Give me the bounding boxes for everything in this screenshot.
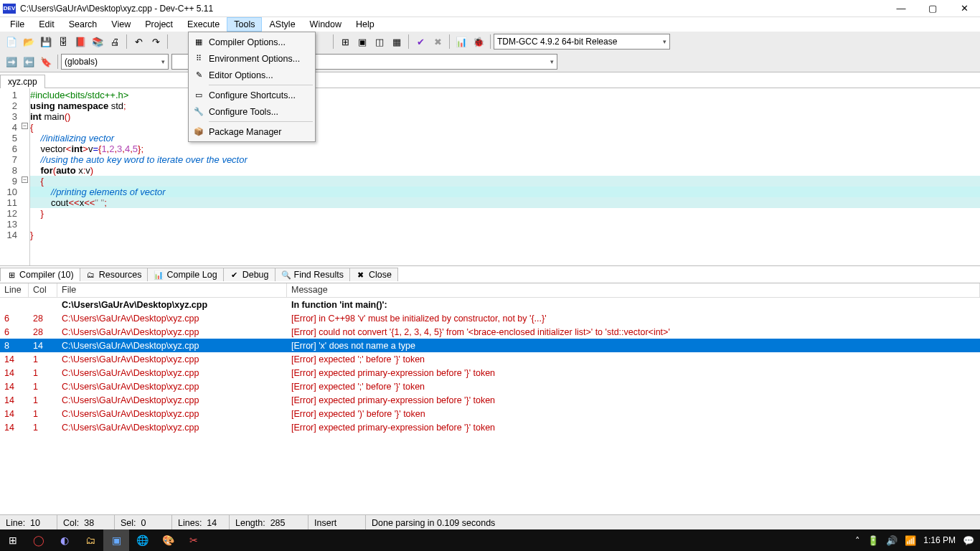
opera-icon[interactable]: ◯	[26, 529, 52, 551]
code-line[interactable]: //printing elements of vector	[30, 187, 980, 197]
toolbar-area: 📄 📂 💾 🗄 📕 📚 🖨 ↶ ↷ ⊞ ▣ ◫ ▦ ✔ ✖ 📊 🐞 TDM-GC…	[0, 32, 980, 72]
bottom-tab-resources[interactable]: 🗂Resources	[80, 268, 149, 281]
menuitem-editor-options[interactable]: ✎Editor Options...	[190, 67, 314, 83]
debug-check-icon[interactable]: ✔	[413, 34, 428, 50]
code-line[interactable]: vector<int>v={1,2,3,4,5};	[30, 143, 980, 154]
col-msg[interactable]: Message	[287, 283, 980, 297]
menu-tools[interactable]: Tools	[227, 17, 262, 32]
bottom-tab-find-results[interactable]: 🔍Find Results	[275, 268, 350, 281]
wifi-icon[interactable]: 📶	[905, 535, 916, 546]
rebuild-icon[interactable]: ▦	[389, 34, 405, 50]
new-project-icon[interactable]: ➡️	[4, 54, 19, 70]
menuitem-package-manager[interactable]: 📦Package Manager	[190, 123, 314, 140]
devcpp-taskbar-icon[interactable]: ▣	[103, 529, 129, 551]
error-context-row[interactable]: C:\Users\GaUrAv\Desktop\xyz.cppIn functi…	[0, 298, 980, 311]
save-icon[interactable]: 💾	[38, 34, 54, 50]
bottom-tab-debug[interactable]: ✔Debug	[223, 268, 275, 281]
code-line[interactable]: //using the auto key word to iterate ove…	[30, 154, 980, 165]
profile-icon[interactable]: 📊	[453, 34, 469, 50]
menuitem-environment-options[interactable]: ⠿Environment Options...	[190, 50, 314, 67]
volume-icon[interactable]: 🔊	[886, 535, 897, 546]
bottom-tab-compile-log[interactable]: 📊Compile Log	[147, 268, 223, 281]
snip-icon[interactable]: ✂	[181, 529, 207, 551]
error-row[interactable]: 141C:\Users\GaUrAv\Desktop\xyz.cpp[Error…	[0, 420, 980, 434]
compile-run-icon[interactable]: ◫	[372, 34, 387, 50]
scope-select[interactable]: (globals) ▾	[61, 54, 169, 70]
closeall-icon[interactable]: 📚	[90, 34, 105, 50]
start-icon[interactable]: ⊞	[0, 529, 26, 551]
error-row[interactable]: 628C:\Users\GaUrAv\Desktop\xyz.cpp[Error…	[0, 311, 980, 325]
chrome-icon[interactable]: 🌐	[129, 529, 155, 551]
menuitem-configure-shortcuts[interactable]: ▭Configure Shortcuts...	[190, 87, 314, 103]
close-file-icon[interactable]: 📕	[72, 34, 88, 50]
error-row[interactable]: 814C:\Users\GaUrAv\Desktop\xyz.cpp[Error…	[0, 339, 980, 352]
code-line[interactable]: }	[30, 230, 980, 240]
code-line[interactable]: cout<<x<<" ";	[30, 197, 980, 208]
code-line[interactable]: {	[30, 176, 980, 187]
windows-taskbar[interactable]: ⊞ ◯ ◐ 🗂 ▣ 🌐 🎨 ✂ ˄ 🔋 🔊 📶 1:16 PM 💬	[0, 529, 980, 551]
open-icon[interactable]: 📂	[21, 34, 37, 50]
redo-icon[interactable]: ↷	[148, 34, 164, 50]
code-line[interactable]: for(auto x:v)	[30, 165, 980, 176]
error-row[interactable]: 141C:\Users\GaUrAv\Desktop\xyz.cpp[Error…	[0, 352, 980, 366]
tray-chevron-icon[interactable]: ˄	[855, 535, 860, 546]
code-line[interactable]	[30, 219, 980, 230]
fold-box-icon[interactable]: −	[22, 123, 28, 129]
col-line[interactable]: Line	[0, 283, 29, 297]
tab-label: Compiler (10)	[19, 270, 74, 280]
minimize-button[interactable]: —	[885, 0, 917, 17]
code-line[interactable]: int main()	[30, 111, 980, 122]
saveall-icon[interactable]: 🗄	[55, 34, 71, 50]
new-icon[interactable]: 📄	[4, 34, 19, 50]
bottom-tab-compiler[interactable]: ⊞Compiler (10)	[0, 268, 80, 281]
notifications-icon[interactable]: 💬	[963, 535, 974, 546]
system-tray[interactable]: ˄ 🔋 🔊 📶 1:16 PM 💬	[855, 535, 980, 546]
debug-red-icon[interactable]: 🐞	[471, 34, 486, 50]
menuitem-configure-tools[interactable]: 🔧Configure Tools...	[190, 103, 314, 120]
battery-icon[interactable]: 🔋	[867, 535, 879, 546]
compiler-select[interactable]: TDM-GCC 4.9.2 64-bit Release ▾	[494, 34, 670, 50]
menu-edit[interactable]: Edit	[32, 17, 62, 32]
code-line[interactable]: {	[30, 122, 980, 133]
code-area[interactable]: #include<bits/stdc++.h>using namespace s…	[30, 88, 980, 265]
menu-search[interactable]: Search	[62, 17, 105, 32]
code-line[interactable]: //initializing vector	[30, 133, 980, 143]
code-line[interactable]: #include<bits/stdc++.h>	[30, 90, 980, 100]
menu-help[interactable]: Help	[349, 17, 382, 32]
bookmark-icon[interactable]: 🔖	[38, 54, 54, 70]
menu-project[interactable]: Project	[138, 17, 180, 32]
menu-execute[interactable]: Execute	[180, 17, 227, 32]
menuitem-compiler-options[interactable]: ▦Compiler Options...	[190, 34, 314, 50]
compile-icon[interactable]: ⊞	[337, 34, 353, 50]
tray-clock[interactable]: 1:16 PM	[923, 535, 956, 545]
paint-icon[interactable]: 🎨	[155, 529, 181, 551]
bottom-tabs: ⊞Compiler (10)🗂Resources📊Compile Log✔Deb…	[0, 266, 980, 283]
error-row[interactable]: 141C:\Users\GaUrAv\Desktop\xyz.cpp[Error…	[0, 393, 980, 407]
debug-stop-icon[interactable]: ✖	[430, 34, 446, 50]
maximize-button[interactable]: ▢	[917, 0, 948, 17]
code-line[interactable]: using namespace std;	[30, 100, 980, 111]
eclipse-icon[interactable]: ◐	[52, 529, 77, 551]
close-button[interactable]: ✕	[948, 0, 980, 17]
undo-icon[interactable]: ↶	[131, 34, 146, 50]
error-row[interactable]: 141C:\Users\GaUrAv\Desktop\xyz.cpp[Error…	[0, 366, 980, 380]
menu-view[interactable]: View	[104, 17, 138, 32]
menu-file[interactable]: File	[3, 17, 32, 32]
print-icon[interactable]: 🖨	[107, 34, 123, 50]
menu-window[interactable]: Window	[303, 17, 349, 32]
file-tab-xyz[interactable]: xyz.cpp	[0, 75, 45, 88]
add-file-icon[interactable]: ⬅️	[21, 54, 37, 70]
fold-box-icon[interactable]: −	[22, 176, 28, 183]
code-editor[interactable]: 1234567891011121314 − − #include<bits/st…	[0, 88, 980, 266]
error-row[interactable]: 141C:\Users\GaUrAv\Desktop\xyz.cpp[Error…	[0, 380, 980, 393]
run-icon[interactable]: ▣	[354, 34, 370, 50]
bottom-tab-close[interactable]: ✖Close	[349, 268, 398, 281]
explorer-icon[interactable]: 🗂	[77, 529, 103, 551]
col-file[interactable]: File	[57, 283, 287, 297]
col-col[interactable]: Col	[29, 283, 57, 297]
menu-astyle[interactable]: AStyle	[262, 17, 302, 32]
error-row[interactable]: 628C:\Users\GaUrAv\Desktop\xyz.cpp[Error…	[0, 325, 980, 339]
error-row[interactable]: 141C:\Users\GaUrAv\Desktop\xyz.cpp[Error…	[0, 407, 980, 420]
fold-column[interactable]: − −	[22, 88, 30, 265]
code-line[interactable]: }	[30, 208, 980, 219]
